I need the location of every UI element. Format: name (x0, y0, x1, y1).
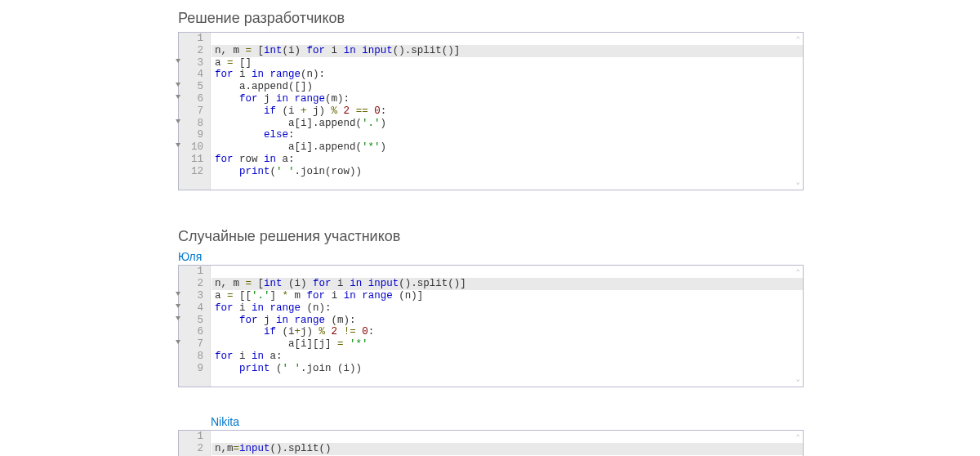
line-number: 9 (179, 129, 203, 141)
line-number: 1 (179, 431, 203, 443)
line-number: 9 (179, 363, 203, 375)
fold-icon[interactable] (176, 143, 180, 147)
author-link-yulya[interactable]: Юля (178, 250, 202, 263)
line-number: 6 (179, 93, 203, 105)
code-body[interactable]: n,m=input().split()n,m=int(n),int(m)a=[[… (212, 431, 803, 456)
line-number: 4 (179, 302, 203, 315)
fold-icon[interactable] (176, 304, 180, 308)
line-number: 2 (179, 443, 203, 455)
fold-icon[interactable] (176, 119, 180, 123)
code-line: a = [] (215, 57, 803, 69)
code-line: print(' '.join(row)) (215, 166, 803, 178)
code-line: if (i+j) % 2 != 0: (215, 326, 803, 338)
code-line: else: (215, 129, 803, 141)
line-number: 2 (179, 278, 203, 290)
code-line: for i in range (n): (215, 302, 803, 315)
line-number: 4 (179, 69, 203, 81)
line-gutter: 1 2 3 4 (179, 431, 211, 456)
code-line: a = [['.'] * m for i in range (n)] (215, 290, 803, 302)
code-line: a.append([]) (215, 81, 803, 93)
fold-icon[interactable] (176, 316, 180, 320)
line-number: 2 (179, 45, 203, 57)
random-solutions-title: Случайные решения участников (178, 228, 804, 245)
line-number: 1 (179, 33, 203, 45)
line-number: 8 (179, 351, 203, 363)
code-line: for j in range(m): (215, 93, 803, 105)
line-gutter: 1 2 3 4 5 6 7 8 9 10 11 12 (179, 33, 211, 190)
code-block-dev[interactable]: ⌃ ⌄ 1 2 3 4 5 6 7 8 9 10 11 12 n, m = [i… (178, 32, 804, 190)
scroll-down-icon[interactable]: ⌄ (796, 177, 800, 189)
code-line: print (' '.join (i)) (215, 363, 803, 375)
line-number: 12 (179, 166, 203, 178)
scroll-up-icon[interactable]: ⌃ (796, 432, 800, 445)
scroll-up-icon[interactable]: ⌃ (796, 267, 800, 279)
code-block-yulya[interactable]: ⌃ ⌄ 1 2 3 4 5 6 7 8 9 n, m = [int (i) fo… (178, 265, 804, 387)
line-number: 5 (179, 81, 203, 93)
code-line: n,m=input().split() (212, 443, 803, 455)
line-number: 11 (179, 154, 203, 166)
code-line: if (i + j) % 2 == 0: (215, 105, 803, 118)
scroll-up-icon[interactable]: ⌃ (796, 34, 800, 47)
fold-icon[interactable] (176, 340, 180, 344)
fold-icon[interactable] (176, 95, 180, 99)
code-line: for i in range(n): (215, 69, 803, 81)
fold-icon[interactable] (176, 292, 180, 296)
code-line: for row in a: (215, 154, 803, 166)
line-number: 5 (179, 315, 203, 327)
code-body[interactable]: n, m = [int (i) for i in input().split()… (212, 266, 803, 387)
code-line: a[i].append('.') (215, 118, 803, 130)
code-line: a[i].append('*') (215, 141, 803, 154)
code-line: for i in a: (215, 351, 803, 363)
line-number: 8 (179, 118, 203, 130)
code-line (215, 178, 803, 190)
fold-icon[interactable] (176, 83, 180, 87)
code-block-nikita[interactable]: ⌃ 1 2 3 4 n,m=input().split()n,m=int(n),… (178, 430, 804, 456)
dev-solution-title: Решение разработчиков (178, 10, 804, 27)
line-number: 3 (179, 57, 203, 69)
line-number: 3 (179, 290, 203, 302)
line-number: 6 (179, 326, 203, 338)
line-number: 1 (179, 266, 203, 278)
line-number: 7 (179, 105, 203, 118)
code-body[interactable]: n, m = [int(i) for i in input().split()]… (212, 33, 803, 190)
code-line: a[i][j] = '*' (215, 338, 803, 351)
scroll-down-icon[interactable]: ⌄ (796, 373, 800, 386)
code-line: n, m = [int(i) for i in input().split()] (212, 45, 803, 57)
line-number: 10 (179, 141, 203, 154)
fold-icon[interactable] (176, 59, 180, 63)
page-content: Решение разработчиков ⌃ ⌄ 1 2 3 4 5 6 7 … (178, 0, 804, 456)
code-line: n, m = [int (i) for i in input().split()… (212, 278, 803, 290)
code-line: for j in range (m): (215, 315, 803, 327)
line-gutter: 1 2 3 4 5 6 7 8 9 (179, 266, 211, 387)
line-number: 7 (179, 338, 203, 351)
author-link-nikita[interactable]: Nikita (211, 415, 239, 428)
code-line (215, 375, 803, 387)
